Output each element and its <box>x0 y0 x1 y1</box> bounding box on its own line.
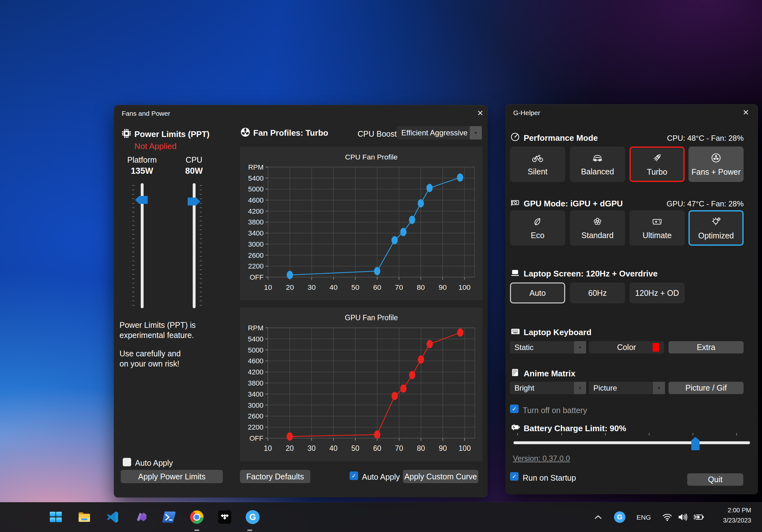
tray-ghelper-icon[interactable]: G <box>611 507 628 527</box>
power-limits-header: Power Limits (PPT) <box>134 129 209 139</box>
rocket-icon <box>651 152 663 164</box>
close-icon[interactable]: ✕ <box>475 108 486 118</box>
svg-text:60: 60 <box>373 444 381 452</box>
matrix-mode-dropdown[interactable]: Picture ▼ <box>589 382 665 394</box>
start-button[interactable] <box>46 507 66 527</box>
performance-gauge-icon <box>510 132 520 142</box>
gpu-fan-curve-chart[interactable]: GPU Fan ProfileRPM5400500046004200380034… <box>240 308 483 461</box>
gpu-mode-eco-button[interactable]: Eco <box>510 210 565 246</box>
svg-text:2600: 2600 <box>248 252 264 259</box>
quit-button[interactable]: Quit <box>687 473 743 486</box>
run-on-startup-checkbox[interactable]: ✓ <box>510 472 519 481</box>
svg-text:40: 40 <box>329 444 338 452</box>
battery-charge-slider[interactable] <box>513 441 750 444</box>
svg-text:70: 70 <box>395 283 403 291</box>
power-limits-status: Not Applied <box>134 141 177 151</box>
perf-mode-label: Balanced <box>581 167 614 176</box>
turn-off-on-battery-checkbox[interactable]: ✓ <box>510 405 519 413</box>
svg-text:2600: 2600 <box>248 412 264 420</box>
tray-battery[interactable] <box>690 507 707 527</box>
tray-language[interactable]: ENG <box>637 514 651 521</box>
curve-auto-apply-checkbox[interactable]: ✓ <box>349 472 358 480</box>
laptop-screen-header: Laptop Screen: 120Hz + Overdrive <box>524 269 658 279</box>
keyboard-color-button[interactable]: Color <box>589 341 664 353</box>
perf-mode-label: Silent <box>528 167 548 176</box>
svg-text:2200: 2200 <box>248 262 264 270</box>
screen-60hz-button[interactable]: 60Hz <box>570 282 625 303</box>
fan-icon <box>240 127 251 138</box>
factory-defaults-button[interactable]: Factory Defaults <box>240 470 310 483</box>
tray-clock-time[interactable]: 2:00 PM <box>728 507 751 514</box>
laptop-screen-icon <box>510 267 520 278</box>
cpu-slider-ticks <box>200 185 202 308</box>
perf-mode-silent-button[interactable]: Silent <box>510 146 565 182</box>
perf-mode-label: Turbo <box>647 167 667 177</box>
apply-power-limits-button[interactable]: Apply Power Limits <box>121 470 223 483</box>
chevron-down-icon[interactable]: ▼ <box>653 382 665 394</box>
cpu-temp-fan-status: CPU: 48°C - Fan: 28% <box>667 134 744 143</box>
platform-label: Platform <box>120 155 164 165</box>
perf-mode-balanced-button[interactable]: Balanced <box>570 146 625 182</box>
keyboard-color-label: Color <box>617 343 636 352</box>
power-note-line2: experimental feature. <box>119 331 194 340</box>
svg-text:RPM: RPM <box>248 163 264 171</box>
tray-volume[interactable] <box>674 507 690 527</box>
laptop-keyboard-header: Laptop Keyboard <box>524 328 591 337</box>
matrix-picture-gif-button[interactable]: Picture / Gif <box>668 382 744 394</box>
battery-slider-handle[interactable] <box>691 437 700 450</box>
ghelper-taskbar-button[interactable]: G <box>243 507 263 527</box>
file-explorer-button[interactable] <box>74 507 94 527</box>
gpu-mode-ultimate-button[interactable]: Ultimate <box>630 210 685 246</box>
tray-chevron-up[interactable] <box>590 507 606 527</box>
performance-mode-header: Performance Mode <box>524 133 598 143</box>
tidal-button[interactable] <box>215 507 235 527</box>
perf-mode-turbo-button[interactable]: Turbo <box>630 146 685 182</box>
svg-text:90: 90 <box>439 283 447 291</box>
screen-120hz-od-button[interactable]: 120Hz + OD <box>630 282 685 303</box>
vscode-button[interactable] <box>103 507 122 527</box>
gpu-mode-standard-button[interactable]: Standard <box>570 210 625 246</box>
apply-custom-curve-button[interactable]: Apply Custom Curve <box>403 470 478 483</box>
chevron-down-icon[interactable]: ▼ <box>470 126 482 139</box>
svg-text:50: 50 <box>351 444 359 452</box>
keyboard-color-swatch <box>652 343 659 351</box>
matrix-brightness-dropdown[interactable]: Bright ▼ <box>510 382 586 394</box>
power-note-line4: on your own risk! <box>119 359 180 368</box>
power-auto-apply-checkbox[interactable] <box>123 458 131 466</box>
gamepad-screen-icon <box>651 216 663 227</box>
keyboard-mode-dropdown[interactable]: Static ▼ <box>510 341 586 353</box>
matrix-mode-value: Picture <box>589 384 653 393</box>
perf-mode-fans-power-button[interactable]: Fans + Power <box>688 146 744 182</box>
cpu-boost-dropdown[interactable]: Efficient Aggressive ▼ <box>397 126 482 139</box>
svg-text:90: 90 <box>439 444 447 452</box>
battery-charge-limit-header: Battery Charge Limit: 90% <box>524 423 626 433</box>
platform-slider-handle[interactable] <box>135 196 148 204</box>
chrome-button[interactable] <box>187 507 207 527</box>
svg-text:3000: 3000 <box>248 401 264 409</box>
powershell-button[interactable] <box>159 507 179 527</box>
screen-auto-button[interactable]: Auto <box>510 282 565 303</box>
cpu-fan-curve-chart[interactable]: CPU Fan ProfileRPM5400500046004200380034… <box>240 147 483 300</box>
close-icon[interactable]: ✕ <box>740 107 751 118</box>
cpu-slider-handle[interactable] <box>188 197 200 205</box>
tray-clock-date[interactable]: 3/23/2023 <box>723 517 751 524</box>
chevron-down-icon[interactable]: ▼ <box>574 382 586 394</box>
cpu-label: CPU <box>172 155 216 165</box>
cpu-boost-label: CPU Boost <box>357 129 397 138</box>
windows-logo-icon <box>49 510 62 524</box>
tray-wifi[interactable] <box>659 507 675 527</box>
wifi-icon <box>662 513 672 521</box>
keyboard-extra-button[interactable]: Extra <box>668 341 744 353</box>
svg-text:10: 10 <box>264 444 272 452</box>
keyboard-mode-value: Static <box>510 343 574 352</box>
version-link[interactable]: Version: 0.37.0.0 <box>513 454 570 463</box>
svg-text:4200: 4200 <box>248 207 264 215</box>
file-explorer-icon <box>77 511 91 523</box>
svg-text:30: 30 <box>307 444 316 452</box>
fans-and-power-window: Fans and Power ✕ Power Limits (PPT) Not … <box>114 105 487 497</box>
gpu-mode-optimized-button[interactable]: Optimized <box>688 210 744 246</box>
visual-studio-button[interactable] <box>131 507 151 527</box>
svg-text:70: 70 <box>395 444 403 452</box>
chevron-down-icon[interactable]: ▼ <box>574 341 586 353</box>
svg-text:3000: 3000 <box>248 240 264 248</box>
